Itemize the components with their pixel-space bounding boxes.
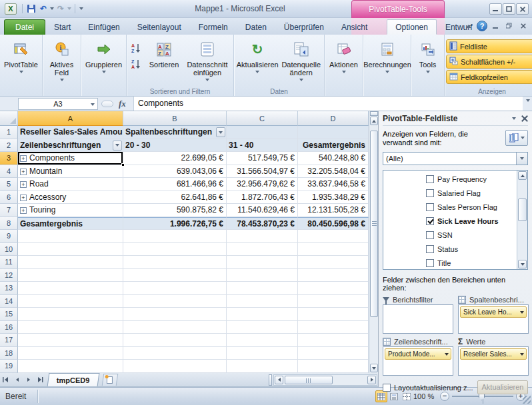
cell-C11[interactable] xyxy=(227,256,298,269)
field-checkbox[interactable] xyxy=(426,245,434,253)
cell-C17[interactable] xyxy=(227,334,298,347)
cell-C13[interactable] xyxy=(227,282,298,295)
cell-D15[interactable] xyxy=(298,308,369,321)
first-sheet-button[interactable] xyxy=(1,374,11,385)
report-filter-area[interactable] xyxy=(383,304,453,334)
column-header-D[interactable]: D xyxy=(298,111,369,126)
cell-B11[interactable] xyxy=(123,256,227,269)
filter-dropdown-icon[interactable] xyxy=(113,141,122,151)
tab-split-handle[interactable] xyxy=(269,374,272,386)
tab-einfuegen[interactable]: Einfügen xyxy=(79,20,128,35)
field-list-scroll-thumb[interactable] xyxy=(518,199,527,221)
row-header-7[interactable]: 7 xyxy=(0,204,18,217)
row-header-14[interactable]: 14 xyxy=(0,295,18,308)
datenschnitt-button[interactable]: Datenschnitt einfügen xyxy=(183,37,232,85)
row-header-17[interactable]: 17 xyxy=(0,334,18,347)
field-item[interactable]: SSN xyxy=(426,230,453,240)
field-item[interactable]: Sales Person Flag xyxy=(426,202,497,212)
cell-B13[interactable] xyxy=(123,282,227,295)
cell-A6[interactable]: +Accessory xyxy=(18,191,123,204)
column-header-C[interactable]: C xyxy=(227,111,298,126)
cell-D6[interactable]: 1.935.348,29 € xyxy=(298,191,369,204)
values-area[interactable]: Reseller Sales... xyxy=(458,346,529,376)
sort-ascending-button[interactable]: AZ xyxy=(128,41,144,55)
cell-C8[interactable]: 78.453.870,23 € xyxy=(227,217,298,230)
feldliste-toggle[interactable]: Feldliste xyxy=(446,39,532,53)
schaltflaechen-toggle[interactable]: Schaltflächen +/- xyxy=(446,55,532,69)
cell-D1[interactable] xyxy=(298,126,369,139)
row-header-10[interactable]: 10 xyxy=(0,243,18,256)
field-checkbox[interactable] xyxy=(426,175,434,183)
cell-A9[interactable] xyxy=(18,230,123,243)
sort-descending-button[interactable]: ZA xyxy=(128,57,144,71)
pane-layout-button[interactable] xyxy=(505,130,528,146)
save-button[interactable] xyxy=(25,3,38,15)
column-labels-area[interactable]: Sick Leave Ho... xyxy=(458,304,529,334)
field-item[interactable]: Status xyxy=(426,244,458,254)
undo-dropdown[interactable] xyxy=(49,3,55,15)
scroll-up-arrow[interactable] xyxy=(370,117,378,125)
tab-daten[interactable]: Daten xyxy=(237,20,275,35)
customize-qat-dropdown[interactable] xyxy=(77,3,85,15)
namebox-splitter[interactable] xyxy=(101,101,113,107)
scroll-down-arrow[interactable] xyxy=(370,364,378,372)
cell-C18[interactable] xyxy=(227,347,298,360)
row-header-4[interactable]: 4 xyxy=(0,165,18,179)
cell-C15[interactable] xyxy=(227,308,298,321)
excel-app-icon[interactable]: X xyxy=(5,3,17,15)
cell-D16[interactable] xyxy=(298,321,369,334)
pane-options-dropdown[interactable] xyxy=(512,117,516,120)
row-labels-area[interactable]: Product Mode... xyxy=(383,346,453,376)
cell-A1[interactable]: Reseller Sales-Sales Amount xyxy=(18,126,123,139)
cell-A15[interactable] xyxy=(18,308,123,321)
cell-C9[interactable] xyxy=(227,230,298,243)
row-header-11[interactable]: 11 xyxy=(0,256,18,269)
cell-D8[interactable]: 80.450.596,98 € xyxy=(298,217,369,230)
fill-handle[interactable] xyxy=(121,163,125,167)
cell-A7[interactable]: +Touring xyxy=(18,204,123,217)
field-item[interactable]: Salaried Flag xyxy=(426,188,481,199)
cell-B7[interactable]: 590.875,82 € xyxy=(123,204,227,217)
scroll-left-arrow[interactable] xyxy=(275,376,283,384)
cell-A2[interactable]: Zeilenbeschriftungen xyxy=(18,139,123,153)
horizontal-scroll-thumb[interactable] xyxy=(285,376,333,384)
cell-D2[interactable]: Gesamtergebnis xyxy=(298,139,369,153)
cell-B15[interactable] xyxy=(123,308,227,321)
row-header-5[interactable]: 5 xyxy=(0,178,18,191)
expand-icon[interactable]: + xyxy=(20,181,27,188)
cell-B10[interactable] xyxy=(123,243,227,256)
cell-D11[interactable] xyxy=(298,256,369,269)
cell-B18[interactable] xyxy=(123,347,227,360)
cell-D18[interactable] xyxy=(298,347,369,360)
select-all-corner[interactable] xyxy=(0,111,18,126)
cell-A14[interactable] xyxy=(18,295,123,308)
show-fields-combobox[interactable]: (Alle) xyxy=(383,152,528,165)
cell-B19[interactable] xyxy=(123,360,227,373)
row-header-16[interactable]: 16 xyxy=(0,321,18,334)
cell-D3[interactable]: 540.248,80 € xyxy=(298,152,369,165)
cell-B4[interactable]: 639.043,06 € xyxy=(123,165,227,179)
cell-C19[interactable] xyxy=(227,360,298,373)
field-item[interactable]: Pay Frequency xyxy=(426,174,487,185)
field-chip-reseller-sales[interactable]: Reseller Sales... xyxy=(460,348,527,360)
field-item[interactable]: Sick Leave Hours xyxy=(426,216,499,226)
gruppieren-button[interactable]: Gruppieren xyxy=(83,37,125,85)
vertical-scroll-thumb[interactable] xyxy=(370,131,378,317)
field-chip-sick-leave-hours[interactable]: Sick Leave Ho... xyxy=(460,306,527,318)
collapse-ribbon-button[interactable] xyxy=(463,21,475,31)
cell-C12[interactable] xyxy=(227,269,298,282)
cell-C5[interactable]: 32.956.479,62 € xyxy=(227,178,298,191)
redo-button[interactable]: ↷ xyxy=(55,3,66,15)
row-header-6[interactable]: 6 xyxy=(0,191,18,204)
cell-B6[interactable]: 62.641,86 € xyxy=(123,191,227,204)
row-header-8[interactable]: 8 xyxy=(0,217,18,230)
expand-icon[interactable]: + xyxy=(20,195,27,201)
cell-D19[interactable] xyxy=(298,360,369,373)
update-button-disabled[interactable]: Aktualisieren xyxy=(477,380,528,394)
field-item[interactable]: Title xyxy=(426,258,451,268)
cell-D14[interactable] xyxy=(298,295,369,308)
defer-layout-checkbox[interactable] xyxy=(383,384,391,392)
cell-D9[interactable] xyxy=(298,230,369,243)
insert-worksheet-button[interactable] xyxy=(101,374,118,386)
cell-A18[interactable] xyxy=(18,347,123,360)
